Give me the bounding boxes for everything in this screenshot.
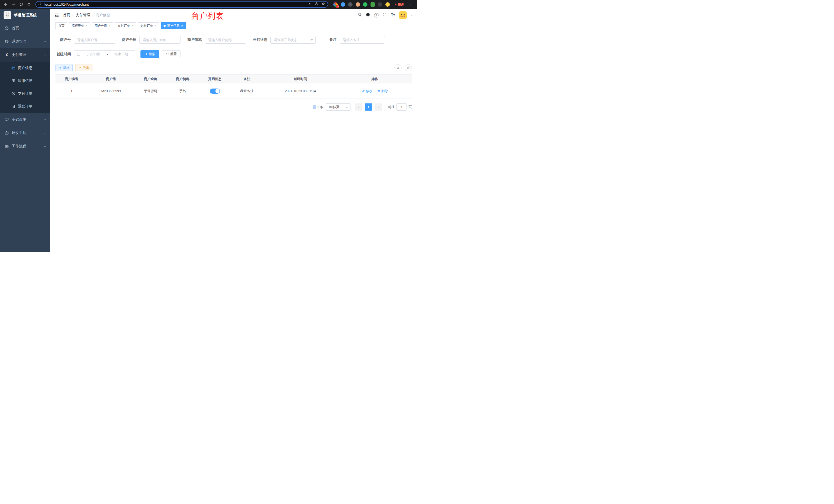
bookmark-star-icon[interactable] xyxy=(322,2,325,7)
table-row: 1 M233666999 芋道源码 芋艿 我是备注 2021-10-23 08:… xyxy=(56,84,412,99)
cell-create-time: 2021-10-23 08:31:14 xyxy=(263,84,338,99)
merchant-no-input[interactable] xyxy=(74,36,115,44)
breadcrumb-payment[interactable]: 支付管理 xyxy=(76,13,90,18)
app-logo[interactable]: 芋道管理系统 xyxy=(0,9,50,22)
merchant-full-name-input[interactable] xyxy=(139,36,181,44)
monitor-icon xyxy=(5,117,9,122)
payment-submenu: 商户信息 应用信息 支付订单 退款订单 xyxy=(0,62,50,113)
refresh-table-button[interactable] xyxy=(405,64,412,71)
search-icon[interactable] xyxy=(358,13,362,18)
goto-label: 前往 xyxy=(388,105,395,109)
browser-window: i localhost:1024/pay/merchant 10 更新 ⋮ xyxy=(0,0,417,252)
export-button[interactable]: 导出 xyxy=(75,64,92,71)
close-icon[interactable]: × xyxy=(181,24,183,27)
chevron-down-icon xyxy=(44,145,46,147)
next-page-button[interactable]: › xyxy=(375,104,382,111)
cell-status xyxy=(199,84,231,99)
extension-icon-3[interactable] xyxy=(348,2,353,7)
site-info-icon[interactable]: i xyxy=(39,3,42,6)
remark-input[interactable] xyxy=(340,36,385,44)
prev-page-button[interactable]: ‹ xyxy=(355,104,362,111)
cell-short-name: 芋艿 xyxy=(167,84,199,99)
home-icon[interactable] xyxy=(26,1,32,8)
delete-link[interactable]: 删除 xyxy=(377,89,388,93)
url-bar[interactable]: i localhost:1024/pay/merchant xyxy=(36,1,328,8)
top-navbar: 首页 / 支付管理 / 商户信息 商户列表 ? TT xyxy=(50,9,417,22)
reload-icon[interactable] xyxy=(18,1,25,8)
sidebar-item-app-info[interactable]: 应用信息 xyxy=(0,74,50,87)
tab-pay-order[interactable]: 支付订单 × xyxy=(115,22,136,29)
sidebar-collapse-icon[interactable] xyxy=(54,13,59,18)
page-size-select[interactable]: 10条/页 xyxy=(326,104,351,111)
sidebar-item-merchant-info[interactable]: 商户信息 xyxy=(0,62,50,74)
breadcrumb-home[interactable]: 首页 xyxy=(63,13,70,18)
active-dot-icon xyxy=(163,25,166,27)
password-key-icon[interactable] xyxy=(308,2,312,7)
cell-actions: 修改 删除 xyxy=(338,84,412,99)
browser-menu-icon[interactable]: ⋮ xyxy=(408,2,414,7)
sidebar-item-dev-tools[interactable]: 研发工具 xyxy=(0,126,50,140)
merchant-short-name-input[interactable] xyxy=(205,36,246,44)
add-button[interactable]: 新增 xyxy=(56,64,73,71)
search-button[interactable]: 搜索 xyxy=(140,50,159,58)
extension-icon-4[interactable] xyxy=(356,2,360,7)
logo-avatar xyxy=(4,11,11,19)
document-icon xyxy=(11,105,16,109)
sidebar-item-workflow[interactable]: 工作流程 xyxy=(0,140,50,153)
close-icon[interactable]: × xyxy=(155,24,157,27)
sidebar-item-refund-order[interactable]: 退款订单 xyxy=(0,100,50,113)
avatar-caret-icon[interactable] xyxy=(411,15,413,16)
user-avatar[interactable] xyxy=(399,11,407,19)
extension-icon-8[interactable] xyxy=(386,2,390,7)
status-select[interactable] xyxy=(270,36,315,44)
browser-update-button[interactable]: 更新 xyxy=(393,2,407,7)
tab-home[interactable]: 首页 xyxy=(56,22,67,29)
sidebar-item-system[interactable]: 系统管理 xyxy=(0,35,50,48)
toggle-search-button[interactable] xyxy=(394,64,401,71)
extension-icon-5[interactable] xyxy=(363,2,368,7)
cell-merchant-no: M233666999 xyxy=(88,84,135,99)
sidebar-item-pay-order[interactable]: 支付订单 xyxy=(0,87,50,100)
help-icon[interactable]: ? xyxy=(374,13,378,18)
extension-icon-6[interactable] xyxy=(371,2,375,7)
merchant-no-label: 商户号 xyxy=(56,38,71,42)
extension-icon-7[interactable] xyxy=(378,2,382,7)
end-date-placeholder: 结束日期 xyxy=(110,52,132,56)
cell-full-name: 芋道源码 xyxy=(135,84,167,99)
extension-icon-1[interactable]: 10 xyxy=(333,2,338,7)
tab-process-form[interactable]: 流程表单 × xyxy=(69,22,90,29)
magnifier-icon xyxy=(396,66,399,69)
back-icon[interactable] xyxy=(3,1,9,8)
github-icon[interactable] xyxy=(366,13,370,18)
tab-merchant-info[interactable]: 商户信息 × xyxy=(161,22,186,29)
create-time-range-picker[interactable]: 开始日期 - 结束日期 xyxy=(74,50,135,58)
close-icon[interactable]: × xyxy=(131,24,133,27)
chevron-down-icon xyxy=(44,131,46,134)
close-icon[interactable]: × xyxy=(86,24,88,27)
status-toggle[interactable] xyxy=(210,89,220,94)
close-icon[interactable]: × xyxy=(109,24,111,27)
breadcrumb-current: 商户信息 xyxy=(96,13,110,18)
edit-link[interactable]: 修改 xyxy=(362,89,373,93)
forward-icon[interactable] xyxy=(10,1,17,8)
toolbox-icon xyxy=(5,131,9,135)
sidebar-item-payment[interactable]: ¥ 支付管理 xyxy=(0,48,50,62)
tab-refund-order[interactable]: 退款订单 × xyxy=(138,22,159,29)
tags-view-bar: 首页 流程表单 × 用户分组 × 支付订单 × 退款订单 × xyxy=(50,22,417,30)
pagination: 共 1 条 10条/页 ‹ 1 › 前往 页 xyxy=(56,104,412,111)
col-merchant-no: 商户号 xyxy=(88,75,135,84)
refresh-icon xyxy=(407,66,410,69)
tab-user-group[interactable]: 用户分组 × xyxy=(92,22,113,29)
goto-page-input[interactable] xyxy=(396,104,407,111)
url-text: localhost:1024/pay/merchant xyxy=(44,3,306,6)
sidebar-item-infra[interactable]: 基础设施 xyxy=(0,113,50,126)
fullscreen-icon[interactable] xyxy=(382,13,387,18)
gear-icon xyxy=(5,40,9,44)
font-size-icon[interactable]: TT xyxy=(391,13,395,17)
reset-button[interactable]: 重置 xyxy=(162,50,180,58)
page-1-button[interactable]: 1 xyxy=(365,104,372,111)
share-icon[interactable] xyxy=(315,2,319,7)
extension-icon-2[interactable] xyxy=(341,2,345,7)
sidebar-item-home[interactable]: 首页 xyxy=(0,22,50,35)
yen-icon: ¥ xyxy=(5,53,9,57)
